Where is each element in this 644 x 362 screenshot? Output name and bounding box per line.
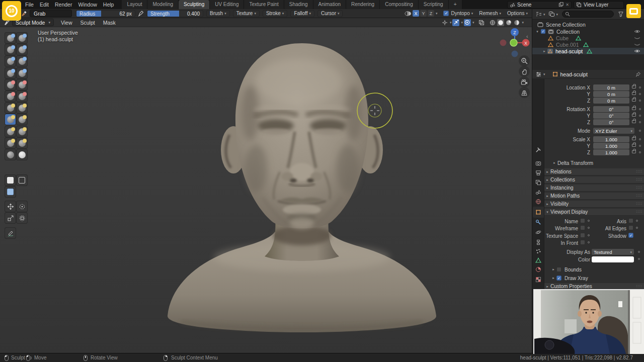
outliner-filter-mode-icon[interactable] bbox=[548, 11, 555, 17]
texture-space-checkbox[interactable] bbox=[580, 233, 585, 238]
lock-icon[interactable] bbox=[632, 107, 636, 110]
chevron-down-icon[interactable]: ▾ bbox=[472, 21, 474, 24]
tool-box-hide[interactable] bbox=[17, 175, 27, 186]
tool-simplify[interactable] bbox=[5, 149, 16, 160]
chevron-down-icon[interactable]: ▾ bbox=[522, 21, 524, 24]
tool-transform[interactable] bbox=[17, 213, 27, 223]
add-workspace-button[interactable]: + bbox=[449, 0, 462, 9]
animate-dot-icon[interactable] bbox=[639, 130, 641, 132]
animate-dot-icon[interactable] bbox=[636, 220, 638, 222]
view-layer-selector[interactable]: View Layer bbox=[574, 1, 624, 9]
snap-icon[interactable] bbox=[452, 19, 459, 26]
eye-open-icon[interactable] bbox=[634, 29, 640, 34]
tab-tool[interactable] bbox=[533, 144, 544, 155]
lock-icon[interactable] bbox=[632, 85, 636, 88]
tab-modeling[interactable]: Modeling bbox=[147, 0, 179, 9]
lock-icon[interactable] bbox=[632, 114, 636, 117]
section-motion-paths[interactable]: ▸Motion Paths∷∷ bbox=[544, 193, 644, 200]
outliner-row-cube-001[interactable]: Cube.001 bbox=[532, 41, 644, 48]
tool-draw-sharp[interactable] bbox=[17, 33, 27, 43]
outliner-row-head-sculpt[interactable]: ▸ head-sculpt bbox=[532, 48, 644, 54]
head-sculpt-model[interactable] bbox=[168, 43, 436, 332]
rotation-x-field[interactable]: 0° bbox=[593, 106, 629, 112]
menu-render[interactable]: Render bbox=[52, 0, 75, 9]
chevron-down-icon[interactable]: ▾ bbox=[461, 21, 463, 24]
animate-dot-icon[interactable] bbox=[588, 234, 590, 236]
tab-layout[interactable]: Layout bbox=[122, 0, 147, 9]
color-swatch[interactable] bbox=[592, 256, 634, 262]
location-y-field[interactable]: 0 m bbox=[593, 91, 629, 97]
tool-annotate[interactable] bbox=[5, 228, 16, 238]
tab-physics[interactable] bbox=[533, 227, 544, 238]
tool-pinch[interactable] bbox=[17, 91, 27, 102]
scale-y-field[interactable]: 1.000 bbox=[593, 143, 629, 149]
scale-z-field[interactable]: 1.000 bbox=[593, 149, 629, 155]
animate-dot-icon[interactable] bbox=[639, 151, 641, 153]
chevron-down-icon[interactable]: ▾ bbox=[543, 13, 545, 16]
shading-material-icon[interactable] bbox=[505, 19, 512, 26]
radius-slider[interactable]: Radius 62 px bbox=[76, 10, 135, 17]
section-collections[interactable]: ▸Collections∷∷ bbox=[544, 176, 644, 184]
new-scene-icon[interactable] bbox=[558, 2, 564, 7]
outliner-row-scene-collection[interactable]: Scene Collection bbox=[532, 21, 644, 28]
animate-dot-icon[interactable] bbox=[588, 227, 590, 229]
tool-mask[interactable] bbox=[17, 149, 27, 160]
eye-open-icon[interactable] bbox=[634, 49, 640, 53]
menu-help[interactable]: Help bbox=[100, 0, 117, 9]
tool-move[interactable] bbox=[5, 201, 16, 212]
options-panel-button[interactable]: Options▾ bbox=[507, 11, 528, 16]
animate-dot-icon[interactable] bbox=[639, 138, 641, 140]
eye-closed-icon[interactable] bbox=[634, 42, 640, 47]
bounds-checkbox[interactable] bbox=[556, 267, 561, 272]
scene-selector[interactable]: Scene ✕ bbox=[507, 1, 572, 9]
outliner-row-collection[interactable]: ▾ ✓ Collection bbox=[532, 28, 644, 35]
animate-dot-icon[interactable] bbox=[588, 220, 590, 222]
remesh-panel-button[interactable]: Remesh▾ bbox=[479, 11, 501, 16]
tab-shading[interactable]: Shading bbox=[284, 0, 313, 9]
draw-xray-checkbox[interactable]: ✓ bbox=[556, 276, 561, 281]
animate-dot-icon[interactable] bbox=[639, 100, 641, 102]
texture-dropdown[interactable]: Texture▾ bbox=[233, 10, 260, 17]
mirror-x-toggle[interactable]: X bbox=[413, 10, 419, 17]
outliner-search[interactable] bbox=[562, 11, 614, 18]
tool-slide-relax[interactable] bbox=[17, 138, 27, 148]
animate-dot-icon[interactable] bbox=[639, 93, 641, 95]
wireframe-checkbox[interactable] bbox=[580, 225, 585, 230]
in-front-checkbox[interactable] bbox=[580, 240, 585, 245]
tool-clay-strips[interactable] bbox=[17, 44, 27, 55]
unlink-scene-icon[interactable]: ✕ bbox=[566, 3, 569, 7]
chevron-down-icon[interactable]: ▾ bbox=[556, 13, 558, 16]
tool-rotate[interactable] bbox=[17, 201, 27, 212]
falloff-dropdown[interactable]: Falloff▾ bbox=[290, 10, 314, 17]
pan-view-button[interactable] bbox=[519, 66, 530, 77]
stroke-dropdown[interactable]: Stroke▾ bbox=[263, 10, 287, 17]
location-z-field[interactable]: 0 m bbox=[593, 98, 629, 104]
tab-compositing[interactable]: Compositing bbox=[380, 0, 419, 9]
section-viewport-display[interactable]: ▾Viewport Display∷∷ bbox=[544, 209, 644, 216]
lock-icon[interactable] bbox=[632, 120, 636, 123]
animate-dot-icon[interactable] bbox=[588, 241, 590, 243]
name-checkbox[interactable] bbox=[580, 218, 585, 223]
toggle-perspective-button[interactable] bbox=[519, 87, 530, 98]
bounds-row[interactable]: ▸ Bounds bbox=[550, 266, 582, 273]
section-instancing[interactable]: ▸Instancing∷∷ bbox=[544, 185, 644, 192]
draw-xray-row[interactable]: ▸ ✓ Draw Xray bbox=[550, 275, 588, 282]
gizmo-neg-z-ball[interactable] bbox=[512, 51, 518, 57]
animate-dot-icon[interactable] bbox=[639, 121, 641, 123]
animate-dot-icon[interactable] bbox=[639, 108, 641, 110]
rotation-z-field[interactable]: 0° bbox=[593, 119, 629, 125]
tool-layer[interactable] bbox=[5, 56, 16, 66]
tab-texture-paint[interactable]: Texture Paint bbox=[244, 0, 284, 9]
outliner-search-input[interactable] bbox=[572, 12, 611, 17]
mirror-y-toggle[interactable]: Y bbox=[420, 10, 427, 17]
rotation-y-field[interactable]: 0° bbox=[593, 113, 629, 119]
properties-editor-icon[interactable] bbox=[535, 71, 542, 77]
tool-pose[interactable] bbox=[5, 126, 16, 137]
tool-scrape[interactable] bbox=[5, 91, 16, 102]
camera-view-button[interactable] bbox=[519, 76, 530, 87]
tool-rotate-brush[interactable] bbox=[5, 138, 16, 148]
tab-modifiers[interactable] bbox=[533, 217, 544, 228]
delta-transform-row[interactable]: ▸ Delta Transform bbox=[551, 159, 593, 166]
mirror-z-toggle[interactable]: Z bbox=[428, 10, 434, 17]
chevron-down-icon[interactable]: ▾ bbox=[450, 21, 452, 24]
